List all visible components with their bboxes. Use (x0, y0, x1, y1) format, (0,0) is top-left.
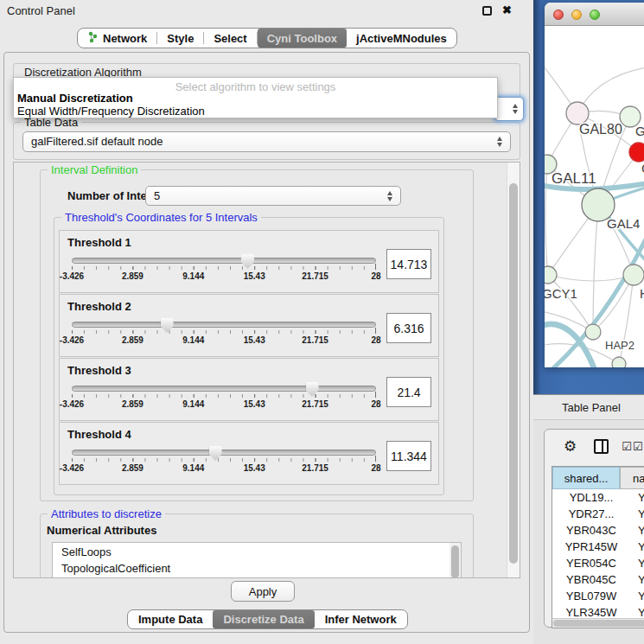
tick-label: 15.43 (244, 271, 265, 281)
tick-label: 9.144 (182, 463, 204, 473)
control-panel-titlebar: Control Panel ✖ (0, 0, 533, 21)
list-item[interactable]: SelfLoops (53, 543, 461, 559)
tick-label: -3.426 (60, 463, 84, 473)
threshold-label: Threshold 2 (67, 300, 131, 313)
table-row[interactable]: YPR145WYPR1 (552, 539, 644, 555)
dropdown-option-manual[interactable]: Manual Discretization (14, 92, 497, 105)
cell: YPR1 (630, 540, 644, 553)
bottom-tabbar: Impute Data Discretize Data Infer Networ… (127, 609, 408, 629)
stepper-icon (387, 191, 393, 201)
table-row[interactable]: YBL079WYBL0 (552, 588, 644, 604)
tab-discretize-data[interactable]: Discretize Data (213, 610, 314, 628)
node-table: shared... na YDL19...YDL1 YDR27...YDR2 Y… (552, 466, 644, 618)
zoom-traffic-light-icon[interactable] (590, 10, 600, 20)
dropdown-option-equal-width[interactable]: Equal Width/Frequency Discretization (14, 105, 497, 118)
tick-label: -3.426 (60, 271, 84, 281)
split-columns-icon[interactable] (594, 439, 609, 454)
threshold-slider-4[interactable]: -3.426 2.859 9.144 15.43 21.715 28 (72, 450, 376, 474)
tick-label: -3.426 (60, 335, 84, 345)
gear-icon[interactable]: ⚙ (564, 439, 577, 454)
table-row[interactable]: YDL19...YDL1 (552, 489, 644, 506)
tab-network[interactable]: Network (78, 29, 156, 48)
table-data-combobox[interactable]: galFiltered.sif default node (22, 131, 511, 152)
tab-style[interactable]: Style (157, 29, 203, 48)
apply-button[interactable]: Apply (231, 581, 295, 602)
table-row[interactable]: YLR345WYLR3 (552, 604, 644, 618)
close-icon[interactable]: ✖ (502, 3, 512, 16)
table-row[interactable]: YDR27...YDR2 (552, 506, 644, 522)
node[interactable] (612, 357, 626, 367)
list-scrollbar[interactable] (450, 543, 461, 578)
table-row[interactable]: YBR043CYBR0 (552, 522, 644, 539)
tick-label: 9.144 (182, 399, 204, 409)
panel-scrollbar[interactable] (507, 163, 520, 577)
tab-label: Network (103, 32, 147, 45)
minimize-traffic-light-icon[interactable] (571, 10, 582, 20)
scrollbar-thumb[interactable] (451, 545, 459, 578)
list-item[interactable]: BetweennessCentrality (53, 576, 461, 578)
cell: YBR0 (630, 524, 644, 537)
table-panel-titlebar: Table Panel (533, 395, 644, 420)
network-view-background: GAL80 G. GAL11 C GAL4 GCY1 H HAP2 (533, 0, 644, 394)
table-row[interactable]: YBR045CYBR0 (552, 571, 644, 588)
tab-label: Infer Network (325, 613, 397, 626)
float-window-icon[interactable] (482, 6, 492, 16)
column-header-name[interactable]: na (620, 467, 644, 489)
threshold-panel-4: Threshold 4 -3.426 2.859 9.144 (59, 422, 439, 485)
threshold-slider-1[interactable]: -3.426 2.859 9.144 15.43 21.715 28 (72, 258, 376, 282)
num-intervals-combobox[interactable]: 5 (145, 186, 401, 206)
threshold-slider-3[interactable]: -3.426 2.859 9.144 15.43 21.715 28 (72, 386, 376, 410)
threshold-label: Threshold 3 (67, 364, 131, 377)
slider-track[interactable] (72, 386, 376, 392)
tab-label: Cyni Toolbox (267, 32, 337, 45)
stepper-icon (497, 137, 503, 147)
column-header-shared-name[interactable]: shared... (552, 467, 620, 489)
tick-label: 28 (371, 399, 380, 409)
slider-track[interactable] (72, 258, 376, 264)
network-canvas[interactable]: GAL80 G. GAL11 C GAL4 GCY1 H HAP2 (545, 26, 644, 367)
threshold-value-field[interactable]: 11.344 (386, 441, 431, 471)
tab-impute-data[interactable]: Impute Data (128, 610, 213, 628)
interval-definition-group: Interval Definition Number of Intervals … (40, 169, 474, 501)
table-row[interactable]: YER054CYER0 (552, 555, 644, 571)
table-header-row: shared... na (552, 467, 644, 489)
slider-track[interactable] (72, 322, 376, 328)
close-traffic-light-icon[interactable] (553, 10, 564, 20)
cell: YBR045C (552, 573, 630, 586)
threshold-slider-2[interactable]: -3.426 2.859 9.144 15.43 21.715 28 (72, 322, 376, 346)
tab-cyni-toolbox[interactable]: Cyni Toolbox (258, 29, 347, 48)
tab-jactivemnodules[interactable]: jActiveMNodules (347, 29, 456, 48)
combobox-value: 5 (154, 189, 160, 202)
list-item[interactable]: TopologicalCoefficient (53, 559, 461, 576)
slider-tick-labels: -3.426 2.859 9.144 15.43 21.715 28 (72, 271, 376, 282)
scrollbar-thumb[interactable] (509, 183, 518, 564)
algorithm-combobox[interactable] (494, 97, 524, 121)
tick-label: 2.859 (122, 335, 143, 345)
slider-track[interactable] (72, 450, 376, 456)
node-gcy1[interactable] (545, 266, 557, 284)
node-hap2[interactable] (585, 324, 601, 340)
attributes-to-discretize-group: Attributes to discretize Numerical Attri… (40, 513, 474, 578)
threshold-value-field[interactable]: 21.4 (386, 377, 431, 407)
threshold-value-field[interactable]: 6.316 (386, 313, 431, 343)
node[interactable] (623, 265, 644, 285)
tab-infer-network[interactable]: Infer Network (315, 610, 407, 628)
tick-label: 15.43 (244, 463, 265, 473)
threshold-value-field[interactable]: 14.713 (386, 249, 431, 279)
cell: YDL19... (552, 491, 630, 504)
tab-select[interactable]: Select (204, 29, 256, 48)
algorithm-dropdown-popup: Select algorithm to view settings Manual… (13, 77, 498, 118)
node-selected-red[interactable] (629, 143, 644, 162)
node-label: G. (635, 124, 644, 138)
tick-label: 28 (371, 271, 380, 281)
select-columns-checkboxes-icon[interactable]: ☑☑ (622, 440, 643, 453)
tab-label: Style (167, 32, 194, 45)
scrollbar-thumb[interactable] (553, 620, 644, 627)
network-window-titlebar (545, 3, 644, 26)
threshold-panel-3: Threshold 3 -3.426 2.859 9.144 (59, 358, 439, 421)
cell: YBR0 (630, 573, 644, 586)
table-horizontal-scrollbar[interactable] (552, 618, 644, 628)
settings-scroll-area: Interval Definition Number of Intervals … (13, 162, 520, 578)
slider-ticks (72, 330, 376, 334)
tick-label: 28 (371, 335, 380, 345)
